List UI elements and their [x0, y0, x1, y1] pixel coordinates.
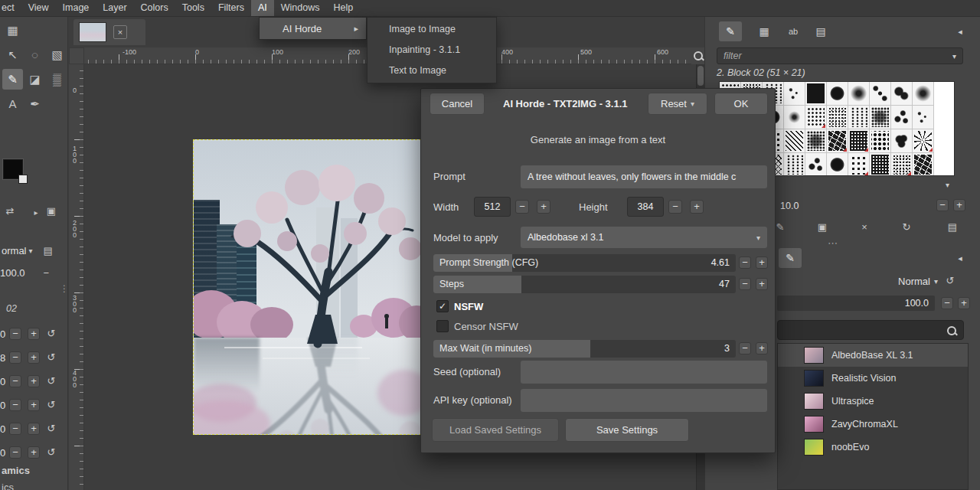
menu-item-ai-horde[interactable]: AI Horde ▸: [260, 18, 366, 39]
max-wait-decrement-button[interactable]: −: [739, 342, 751, 354]
prompt-input[interactable]: A tree without leaves, only flowers in t…: [521, 165, 767, 188]
brush-tile[interactable]: [891, 153, 913, 176]
menu-item-text-to-image[interactable]: Text to Image: [368, 60, 496, 81]
duplicate-brush-icon[interactable]: ▣: [815, 219, 830, 234]
row-decrement-button[interactable]: −: [9, 351, 21, 364]
gradients-tab[interactable]: ▤: [809, 21, 832, 41]
brush-tile[interactable]: [784, 153, 805, 176]
free-select-tool[interactable]: ◌: [24, 44, 45, 65]
save-settings-button[interactable]: Save Settings: [565, 418, 689, 442]
refresh-brushes-icon[interactable]: ↻: [899, 219, 914, 234]
row-decrement-button[interactable]: −: [9, 446, 21, 459]
model-search-input[interactable]: [777, 320, 964, 340]
ok-button[interactable]: OK: [714, 93, 768, 115]
canvas-image[interactable]: [193, 139, 421, 435]
ink-tool[interactable]: ✒: [24, 93, 45, 114]
opacity-increment-button[interactable]: +: [958, 297, 970, 309]
image-tab[interactable]: ×: [74, 19, 145, 45]
dock-tab-icon[interactable]: ▣: [44, 204, 58, 217]
steps-decrement-button[interactable]: −: [739, 278, 751, 290]
row-reset-icon[interactable]: ↺: [44, 423, 58, 436]
tool-opacity-control[interactable]: 100.0 −: [0, 265, 66, 280]
menubar-item-tools[interactable]: Tools: [175, 0, 211, 16]
max-wait-slider[interactable]: Max Wait (in minutes) 3: [433, 340, 736, 358]
brush-tile[interactable]: [891, 82, 913, 106]
width-decrement-button[interactable]: −: [515, 200, 529, 214]
row-reset-icon[interactable]: ↺: [44, 375, 58, 389]
brush-filter-input[interactable]: filter ▾: [717, 47, 963, 64]
api-key-input[interactable]: [521, 389, 767, 412]
spacing-increment-button[interactable]: +: [953, 199, 965, 211]
row-reset-icon[interactable]: ↺: [44, 399, 58, 413]
row-increment-button[interactable]: +: [28, 328, 40, 340]
background-color-swatch[interactable]: [18, 175, 28, 184]
reset-mode-icon[interactable]: ↺: [942, 273, 958, 288]
panel-resize-handle[interactable]: ⋯: [828, 237, 839, 249]
dock-menu-icon[interactable]: ◂: [949, 21, 972, 41]
brush-tile[interactable]: [913, 106, 934, 129]
menubar-item-view[interactable]: View: [21, 0, 56, 16]
brush-tile[interactable]: [913, 82, 934, 106]
row-increment-button[interactable]: +: [28, 423, 40, 435]
max-wait-increment-button[interactable]: +: [756, 342, 768, 354]
brush-tile[interactable]: [848, 129, 870, 153]
brush-tile[interactable]: [913, 129, 934, 153]
model-row-albedobase-xl-3-1[interactable]: AlbedoBase XL 3.1: [778, 344, 968, 367]
menubar-item-colors[interactable]: Colors: [134, 0, 175, 16]
chevron-down-icon[interactable]: ▾: [952, 52, 956, 60]
text-tool[interactable]: A: [2, 93, 23, 114]
model-select[interactable]: Albedobase xl 3.1 ▾: [521, 227, 767, 248]
menubar-item-layer[interactable]: Layer: [96, 0, 133, 16]
steps-increment-button[interactable]: +: [756, 278, 768, 290]
brush-tile[interactable]: [870, 129, 891, 153]
menubar-item-ai[interactable]: AI: [251, 0, 274, 16]
brush-grid-expander-icon[interactable]: ▾: [946, 181, 949, 189]
delete-brush-icon[interactable]: ×: [857, 219, 872, 234]
crop-tool[interactable]: ▧: [47, 44, 67, 65]
cfg-slider[interactable]: Prompt Strength (CFG) 4.61: [433, 254, 736, 272]
paint-mode-select[interactable]: ormal ▾ ▤: [0, 242, 66, 259]
width-input[interactable]: 512: [474, 197, 511, 217]
brush-tile[interactable]: [805, 82, 827, 106]
brush-tile[interactable]: [805, 129, 827, 153]
row-decrement-button[interactable]: −: [9, 399, 21, 411]
swap-colors-icon[interactable]: ⇄: [3, 204, 17, 217]
menu-item-inpainting-3-1-1[interactable]: Inpainting - 3.1.1: [368, 40, 496, 60]
expander-arrow-icon[interactable]: ▸: [29, 205, 43, 219]
brush-tile[interactable]: [870, 82, 891, 106]
spacing-decrement-button[interactable]: −: [936, 199, 949, 211]
row-decrement-button[interactable]: −: [9, 423, 21, 435]
censor-nsfw-checkbox[interactable]: [436, 320, 449, 332]
nsfw-checkbox[interactable]: ✓: [436, 300, 449, 312]
row-increment-button[interactable]: +: [28, 375, 40, 387]
cfg-decrement-button[interactable]: −: [739, 256, 751, 269]
row-decrement-button[interactable]: −: [9, 375, 21, 387]
brush-tile[interactable]: [784, 82, 805, 106]
close-icon[interactable]: ×: [113, 25, 127, 39]
opacity-decrement-button[interactable]: −: [941, 297, 953, 309]
model-row-realistic-vision[interactable]: Realistic Vision: [778, 367, 968, 390]
row-decrement-button[interactable]: −: [9, 328, 21, 340]
eraser-tool[interactable]: ◪: [24, 69, 45, 90]
model-row-noobevo[interactable]: noobEvo: [778, 436, 968, 459]
brush-tile[interactable]: [848, 153, 870, 176]
patterns-tab[interactable]: ▦: [753, 21, 776, 41]
menubar-item-windows[interactable]: Windows: [274, 0, 327, 16]
brush-tile[interactable]: [827, 82, 848, 106]
reset-button[interactable]: Reset ▾: [648, 93, 707, 115]
brush-tile[interactable]: [870, 153, 891, 176]
open-as-image-icon[interactable]: ▤: [945, 219, 960, 234]
menubar-item-help[interactable]: Help: [326, 0, 360, 16]
row-reset-icon[interactable]: ↺: [44, 446, 58, 460]
paintbrush-tool[interactable]: ✎: [2, 69, 23, 90]
fonts-tab[interactable]: ab: [782, 21, 805, 41]
opacity-decrement-icon[interactable]: −: [44, 267, 50, 279]
brush-tile[interactable]: [848, 106, 870, 129]
height-input[interactable]: 384: [627, 197, 664, 217]
airbrush-tool[interactable]: ▒: [47, 69, 67, 90]
menubar-item-ect[interactable]: ect: [0, 0, 21, 16]
layer-opacity-slider[interactable]: 100.0: [777, 296, 935, 311]
brushes-tab[interactable]: ✎: [719, 21, 742, 41]
brush-tile[interactable]: [827, 129, 848, 153]
steps-slider[interactable]: Steps 47: [433, 276, 736, 293]
